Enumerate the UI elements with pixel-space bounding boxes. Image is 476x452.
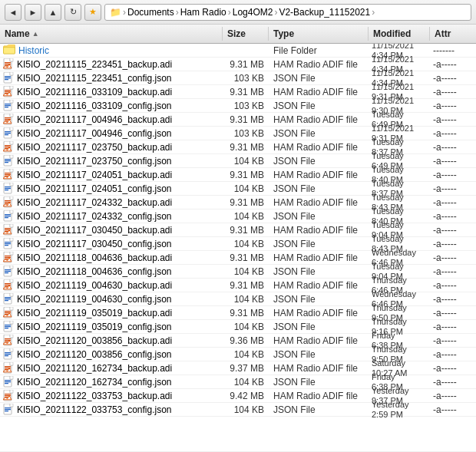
file-name-cell: KI5IO_20211117_004946_backup.adi <box>0 114 223 126</box>
breadcrumb-v2backup[interactable]: V2-Backup_11152021 <box>279 7 370 18</box>
file-name-cell: KI5IO_20211120_162734_backup.adi <box>0 362 223 374</box>
col-name-header[interactable]: Name ▲ <box>0 27 223 41</box>
file-size: 104 KB <box>223 211 269 222</box>
svg-rect-131 <box>5 355 8 356</box>
refresh-button[interactable]: ↻ <box>64 4 81 21</box>
svg-rect-83 <box>5 245 8 246</box>
adif-icon <box>3 362 14 374</box>
file-size: 104 KB <box>223 266 269 277</box>
svg-rect-94 <box>5 271 11 272</box>
file-name-cell: KI5IO_20211117_023750_backup.adi <box>0 141 223 153</box>
svg-rect-15 <box>5 90 11 91</box>
adif-icon <box>3 169 14 181</box>
svg-rect-118 <box>5 326 11 327</box>
file-name: KI5IO_20211117_004946_config.json <box>17 128 172 139</box>
file-type: HAM Radio ADIF file <box>269 335 369 346</box>
file-name: KI5IO_20211120_162734_backup.adi <box>17 363 172 374</box>
breadcrumb-documents[interactable]: Documents <box>127 7 174 18</box>
svg-rect-110 <box>10 307 13 310</box>
file-size: 104 KB <box>223 156 269 167</box>
svg-rect-39 <box>5 145 11 146</box>
svg-rect-45 <box>5 159 11 160</box>
adif-icon <box>3 224 14 236</box>
file-attr: -a----- <box>430 322 476 332</box>
file-size: 103 KB <box>223 73 269 84</box>
file-name: KI5IO_20211117_024332_backup.adi <box>17 197 172 208</box>
up-button[interactable]: ▲ <box>45 4 61 21</box>
svg-rect-140 <box>10 376 13 379</box>
file-type: JSON File <box>269 156 369 167</box>
file-attr: -a----- <box>430 156 476 167</box>
file-type: JSON File <box>269 377 369 388</box>
back-button[interactable]: ◄ <box>5 4 21 21</box>
file-name: KI5IO_20211115_223451_backup.adi <box>17 59 172 70</box>
file-name: Historic <box>18 45 49 56</box>
file-size: 9.36 MB <box>223 335 269 346</box>
svg-rect-117 <box>5 325 11 325</box>
file-size: 9.31 MB <box>223 170 269 180</box>
file-attr: -a----- <box>430 294 476 305</box>
svg-rect-128 <box>10 348 13 351</box>
file-name-cell: KI5IO_20211119_004630_backup.adi <box>0 279 223 292</box>
svg-rect-104 <box>10 293 13 296</box>
svg-rect-69 <box>5 214 11 215</box>
json-icon <box>3 321 14 333</box>
file-attr: -a----- <box>430 211 476 222</box>
svg-rect-130 <box>5 354 11 355</box>
file-size: 9.31 MB <box>223 252 269 263</box>
file-name-cell: Historic <box>0 45 223 57</box>
table-row[interactable]: KI5IO_20211122_033753_config.json 104 KB… <box>0 403 476 417</box>
file-size: 9.42 MB <box>223 391 269 401</box>
breadcrumb[interactable]: 📁 › Documents › Ham Radio › Log4OM2 › V2… <box>104 4 471 21</box>
file-type: HAM Radio ADIF file <box>269 308 369 318</box>
svg-rect-106 <box>5 299 11 299</box>
json-icon <box>3 155 14 167</box>
file-modified: Yesterday 2:59 PM <box>369 400 430 418</box>
file-name-cell: KI5IO_20211119_035019_backup.adi <box>0 307 223 319</box>
adif-icon <box>3 86 14 98</box>
json-icon <box>3 72 14 84</box>
breadcrumb-log4om2[interactable]: Log4OM2 <box>233 7 273 18</box>
col-attr-header[interactable]: Attr <box>430 27 476 41</box>
svg-rect-20 <box>10 100 13 103</box>
adif-icon <box>3 279 14 292</box>
svg-rect-152 <box>10 404 13 407</box>
col-type-header[interactable]: Type <box>269 27 369 41</box>
svg-rect-87 <box>5 256 11 256</box>
file-name: KI5IO_20211117_023750_backup.adi <box>17 142 172 153</box>
breadcrumb-ham-radio[interactable]: Ham Radio <box>180 7 226 18</box>
file-type: HAM Radio ADIF file <box>269 252 369 263</box>
file-name-cell: KI5IO_20211122_033753_config.json <box>0 404 223 416</box>
file-name-cell: KI5IO_20211117_024332_backup.adi <box>0 196 223 209</box>
file-type: JSON File <box>269 128 369 139</box>
file-type: JSON File <box>269 266 369 277</box>
svg-rect-119 <box>5 328 8 328</box>
file-name-cell: KI5IO_20211120_003856_config.json <box>0 348 223 361</box>
col-modified-header[interactable]: Modified <box>369 27 430 41</box>
adif-icon <box>3 335 14 347</box>
col-size-header[interactable]: Size <box>223 27 269 41</box>
file-type: JSON File <box>269 349 369 360</box>
svg-rect-82 <box>5 243 11 244</box>
svg-rect-33 <box>5 131 11 132</box>
file-type: HAM Radio ADIF file <box>269 59 369 70</box>
svg-rect-105 <box>5 297 11 298</box>
svg-rect-21 <box>5 104 11 104</box>
file-name-cell: KI5IO_20211117_030450_config.json <box>0 238 223 250</box>
file-size: 9.31 MB <box>223 308 269 318</box>
json-icon <box>3 376 14 388</box>
file-name: KI5IO_20211119_035019_backup.adi <box>17 308 172 318</box>
file-size: 9.31 MB <box>223 87 269 97</box>
adif-icon <box>3 252 14 264</box>
svg-rect-98 <box>10 279 13 282</box>
file-attr: -a----- <box>430 349 476 360</box>
svg-rect-81 <box>5 242 11 242</box>
forward-button[interactable]: ► <box>25 4 41 21</box>
svg-rect-146 <box>10 390 13 393</box>
bookmark-button[interactable]: ★ <box>84 4 101 21</box>
file-name-cell: KI5IO_20211119_035019_config.json <box>0 321 223 333</box>
column-headers: Name ▲ Size Type Modified Attr <box>0 25 476 44</box>
svg-rect-51 <box>5 173 11 173</box>
file-attr: -a----- <box>430 363 476 374</box>
file-name: KI5IO_20211120_003856_config.json <box>17 349 172 360</box>
